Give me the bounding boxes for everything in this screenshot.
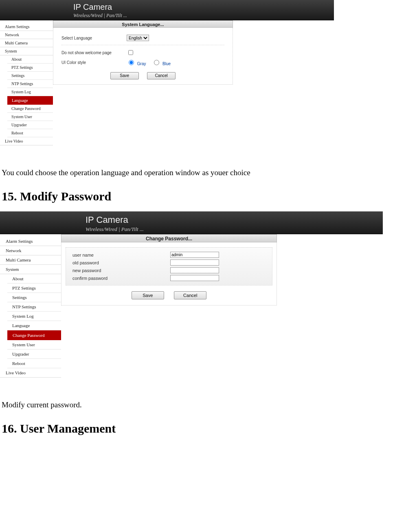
- sidebar-sub-sysuser[interactable]: System User: [7, 113, 53, 121]
- cancel-button[interactable]: Cancel: [147, 72, 176, 79]
- sidebar-sub-settings[interactable]: Settings: [7, 293, 61, 302]
- radio-ui-blue[interactable]: [154, 60, 159, 65]
- sidebar-sub-ntp[interactable]: NTP Settings: [7, 80, 53, 88]
- sidebar-item-alarm[interactable]: Alarm Settings: [0, 237, 61, 246]
- label-new-password: new password: [72, 268, 170, 273]
- caption-language: You could choose the operation language …: [0, 168, 417, 177]
- save-button[interactable]: Save: [132, 291, 164, 299]
- app-title: IP Camera: [86, 215, 144, 225]
- sidebar-item-multicamera[interactable]: Multi Camera: [0, 255, 61, 265]
- panel-title-language: System Language...: [53, 20, 233, 28]
- panel-title-changepw: Change Password...: [61, 234, 277, 242]
- sidebar-item-livevideo[interactable]: Live Video: [0, 368, 61, 378]
- label-select-language: Select Language: [61, 36, 127, 40]
- screenshot-change-password: IP Camera Wireless/Wired | Pan/Tilt ... …: [0, 211, 383, 378]
- app-subtitle: Wireless/Wired | Pan/Tilt ...: [86, 226, 144, 233]
- app-subtitle: Wireless/Wired | Pan/Tilt ...: [73, 13, 127, 19]
- sidebar-sub-changepw[interactable]: Change Password: [7, 105, 53, 113]
- label-old-password: old password: [72, 260, 170, 265]
- sidebar-sub-about[interactable]: About: [7, 55, 53, 64]
- app-header: IP Camera Wireless/Wired | Pan/Tilt ...: [0, 211, 383, 234]
- heading-modify-password: 15. Modify Password: [0, 189, 417, 203]
- sidebar-item-system[interactable]: System: [0, 265, 61, 274]
- select-language[interactable]: English: [127, 35, 149, 41]
- sidebar-sub-upgrader[interactable]: Upgrader: [7, 121, 53, 129]
- radio-ui-gray-label: Gray: [137, 62, 146, 66]
- sidebar: Alarm Settings Network Multi Camera Syst…: [0, 234, 61, 378]
- sidebar-sub-about[interactable]: About: [7, 274, 61, 284]
- sidebar-sub-syslog[interactable]: System Log: [7, 312, 61, 321]
- radio-ui-blue-label: Blue: [162, 62, 171, 66]
- label-welcome-page: Do not show welcome page: [61, 51, 127, 55]
- heading-user-management: 16. User Management: [0, 422, 417, 435]
- app-title: IP Camera: [73, 2, 127, 12]
- sidebar-item-system[interactable]: System: [0, 47, 53, 55]
- caption-modify-password: Modify current password.: [0, 400, 417, 409]
- label-username: user name: [72, 253, 170, 257]
- sidebar-item-livevideo[interactable]: Live Video: [0, 137, 53, 145]
- sidebar-sub-language[interactable]: Language: [7, 321, 61, 330]
- label-confirm-password: confirm password: [72, 276, 170, 281]
- sidebar-sub-sysuser[interactable]: System User: [7, 340, 61, 350]
- sidebar-item-network[interactable]: Network: [0, 246, 61, 255]
- sidebar-sub-ptz[interactable]: PTZ Settings: [7, 284, 61, 293]
- sidebar-sub-changepw[interactable]: Change Password: [7, 330, 61, 340]
- input-old-password[interactable]: [170, 259, 219, 266]
- sidebar: Alarm Settings Network Multi Camera Syst…: [0, 20, 53, 145]
- radio-ui-gray[interactable]: [129, 60, 134, 65]
- sidebar-sub-settings[interactable]: Settings: [7, 72, 53, 80]
- sidebar-sub-reboot[interactable]: Reboot: [7, 129, 53, 137]
- checkbox-hide-welcome[interactable]: [128, 50, 133, 55]
- app-header: IP Camera Wireless/Wired | Pan/Tilt ...: [0, 0, 334, 20]
- sidebar-item-network[interactable]: Network: [0, 31, 53, 39]
- sidebar-sub-ptz[interactable]: PTZ Settings: [7, 64, 53, 72]
- sidebar-sub-language[interactable]: Language: [7, 96, 53, 105]
- screenshot-language: IP Camera Wireless/Wired | Pan/Tilt ... …: [0, 0, 334, 145]
- save-button[interactable]: Save: [110, 72, 139, 79]
- sidebar-sub-ntp[interactable]: NTP Settings: [7, 302, 61, 312]
- sidebar-sub-syslog[interactable]: System Log: [7, 88, 53, 96]
- sidebar-sub-upgrader[interactable]: Upgrader: [7, 350, 61, 359]
- label-ui-style: UI Color style: [61, 60, 127, 65]
- sidebar-item-alarm[interactable]: Alarm Settings: [0, 23, 53, 31]
- input-confirm-password[interactable]: [170, 275, 219, 281]
- input-username[interactable]: [170, 252, 219, 258]
- sidebar-item-multicamera[interactable]: Multi Camera: [0, 39, 53, 47]
- sidebar-sub-reboot[interactable]: Reboot: [7, 359, 61, 368]
- input-new-password[interactable]: [170, 267, 219, 273]
- cancel-button[interactable]: Cancel: [174, 291, 206, 299]
